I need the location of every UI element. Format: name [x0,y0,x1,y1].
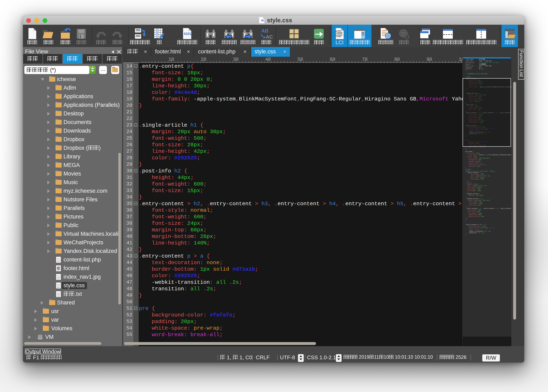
svg-text:AB: AB [261,28,268,34]
svg-text:AC: AC [266,34,273,40]
svg-text:0101: 0101 [184,32,191,35]
